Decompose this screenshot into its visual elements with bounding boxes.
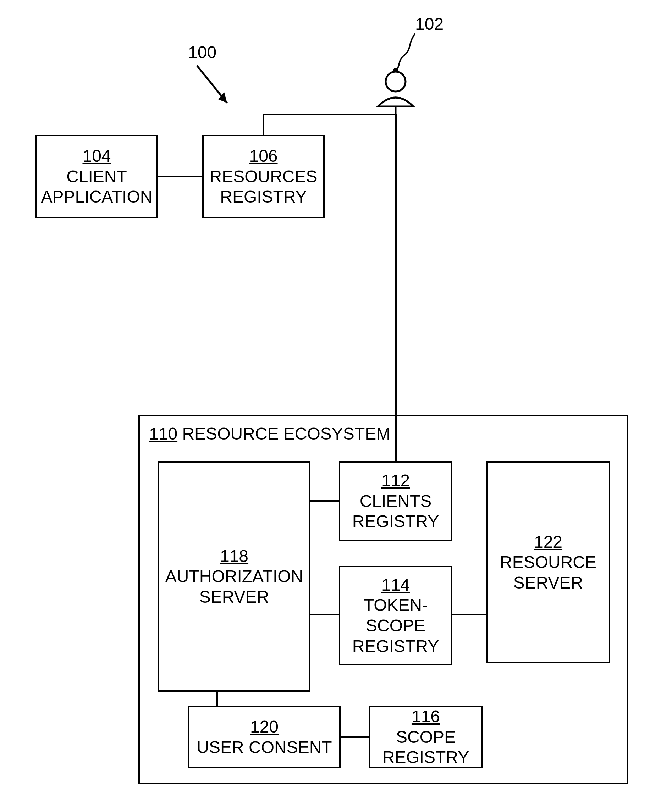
connector-user-to-106-v xyxy=(263,113,264,135)
label-registry-114: REGISTRY xyxy=(352,636,439,657)
label-token: TOKEN- xyxy=(364,595,428,616)
connector-118-112 xyxy=(310,500,339,502)
svg-marker-4 xyxy=(218,92,227,103)
label-ecosystem-title: 110 RESOURCE ECOSYSTEM xyxy=(149,424,390,443)
label-server-118: SERVER xyxy=(200,587,269,607)
svg-point-0 xyxy=(393,68,398,74)
num-118: 118 xyxy=(220,547,248,565)
svg-point-1 xyxy=(386,72,406,91)
num-114: 114 xyxy=(382,575,410,594)
label-user-consent: USER CONSENT xyxy=(196,737,332,758)
num-112: 112 xyxy=(382,471,410,490)
label-authorization: AUTHORIZATION xyxy=(165,566,303,587)
num-120: 120 xyxy=(250,717,278,736)
connector-user-to-106-h xyxy=(263,113,397,115)
connector-118-120 xyxy=(216,692,218,706)
connector-104-106 xyxy=(158,175,202,177)
connector-114-122 xyxy=(452,614,486,616)
label-registry-106: REGISTRY xyxy=(220,187,307,207)
block-authorization-server: 118 AUTHORIZATION SERVER xyxy=(158,461,310,692)
block-token-scope-registry: 114 TOKEN- SCOPE REGISTRY xyxy=(339,566,452,665)
label-ecosystem-text: RESOURCE ECOSYSTEM xyxy=(182,424,390,443)
label-scope-114: SCOPE xyxy=(366,616,425,636)
ref-label-100: 100 xyxy=(188,43,216,62)
num-104: 104 xyxy=(82,147,111,165)
block-resource-server: 122 RESOURCE SERVER xyxy=(486,461,610,664)
label-client: CLIENT xyxy=(66,166,127,187)
label-clients: CLIENTS xyxy=(360,491,432,512)
connector-120-116 xyxy=(341,736,369,738)
num-110: 110 xyxy=(149,424,177,443)
label-application: APPLICATION xyxy=(41,187,153,207)
num-116: 116 xyxy=(412,707,440,726)
block-resources-registry: 106 RESOURCES REGISTRY xyxy=(202,135,325,218)
label-registry-112: REGISTRY xyxy=(352,511,439,532)
svg-line-3 xyxy=(197,65,227,103)
block-user-consent: 120 USER CONSENT xyxy=(188,706,341,768)
block-clients-registry: 112 CLIENTS REGISTRY xyxy=(339,461,452,541)
block-client-application: 104 CLIENT APPLICATION xyxy=(35,135,158,218)
label-scope-116: SCOPE xyxy=(396,727,455,747)
ref-label-102: 102 xyxy=(415,14,444,34)
label-resource-122: RESOURCE xyxy=(500,552,596,573)
num-122: 122 xyxy=(534,533,562,551)
num-106: 106 xyxy=(249,147,278,165)
label-resources: RESOURCES xyxy=(209,166,317,187)
connector-118-114 xyxy=(310,614,339,616)
label-server-122: SERVER xyxy=(513,573,583,593)
block-scope-registry: 116 SCOPE REGISTRY xyxy=(369,706,482,768)
label-registry-116: REGISTRY xyxy=(383,747,469,768)
